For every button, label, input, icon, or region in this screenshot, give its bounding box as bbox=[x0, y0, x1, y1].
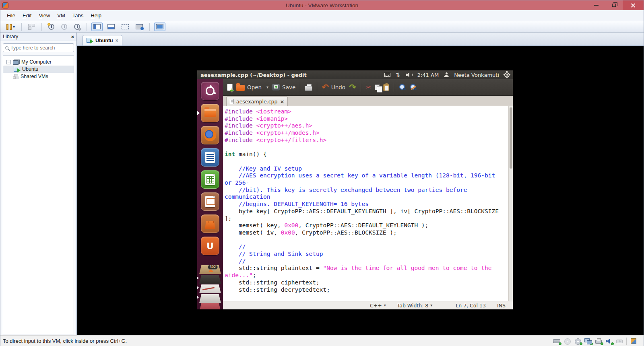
code-line[interactable]: memset( key, 0x00, CryptoPP::AES::DEFAUL… bbox=[225, 222, 507, 229]
launcher-item-impress[interactable] bbox=[201, 192, 219, 211]
suspend-button[interactable]: ▾ bbox=[4, 23, 17, 31]
code-line[interactable]: //bit). This key is secretly exchanged b… bbox=[225, 187, 507, 194]
menu-view[interactable]: View bbox=[35, 11, 53, 20]
restore-button[interactable] bbox=[605, 0, 623, 10]
message-log-icon[interactable] bbox=[630, 338, 637, 344]
code-line[interactable]: // String and Sink setup bbox=[225, 251, 507, 258]
revert-snapshot-button[interactable] bbox=[59, 22, 69, 31]
tab-close-icon[interactable]: × bbox=[116, 38, 118, 43]
search-input[interactable] bbox=[10, 45, 75, 51]
gedit-text-area[interactable]: #include <iostream>#include <iomanip>#in… bbox=[223, 106, 513, 301]
code-line[interactable]: #include <crypto++/aes.h> bbox=[225, 122, 507, 130]
launcher-item-writer[interactable] bbox=[201, 148, 219, 167]
language-selector[interactable]: C++ ▾ bbox=[370, 303, 386, 309]
code-line[interactable]: //begins. DEFAULT_KEYLENGTH= 16 bytes bbox=[225, 201, 507, 208]
unity-mode-button[interactable] bbox=[134, 23, 145, 31]
message-indicator-icon[interactable] bbox=[384, 73, 390, 77]
menu-vm[interactable]: VM bbox=[54, 11, 68, 20]
print-button[interactable] bbox=[305, 84, 312, 91]
launcher-item-files[interactable] bbox=[201, 104, 219, 122]
tab-width-selector[interactable]: Tab Width: 8 ▾ bbox=[397, 303, 433, 309]
network-indicator-icon[interactable]: ⇅ bbox=[396, 72, 400, 78]
code-editor[interactable]: #include <iostream>#include <iomanip>#in… bbox=[225, 108, 507, 293]
show-thumbnail-bar-button[interactable] bbox=[105, 23, 117, 31]
code-line[interactable]: std::string ciphertext; bbox=[225, 279, 507, 286]
fullscreen-button[interactable] bbox=[120, 23, 131, 31]
code-line[interactable]: byte key[ CryptoPP::AES::DEFAULT_KEYLENG… bbox=[225, 208, 507, 215]
code-line[interactable]: aide..."; bbox=[225, 272, 507, 279]
stacked-launcher-item[interactable] bbox=[199, 303, 221, 309]
code-line[interactable]: int main() { bbox=[225, 151, 507, 158]
code-line[interactable] bbox=[225, 144, 507, 151]
printer-device-icon[interactable] bbox=[595, 338, 602, 344]
manage-snapshots-button[interactable] bbox=[72, 22, 82, 31]
vertical-scrollbar[interactable] bbox=[508, 106, 513, 301]
replace-button[interactable] bbox=[409, 84, 417, 91]
console-view-button[interactable] bbox=[154, 23, 165, 31]
code-line[interactable]: ]; bbox=[225, 215, 507, 222]
code-line[interactable]: //Key and IV setup bbox=[225, 165, 507, 173]
open-button[interactable]: Open ▾ bbox=[236, 84, 268, 91]
show-library-button[interactable] bbox=[91, 23, 103, 31]
tree-expander-icon[interactable]: − bbox=[6, 60, 11, 64]
find-button[interactable] bbox=[398, 84, 406, 91]
stacked-launcher-item[interactable] bbox=[199, 294, 221, 303]
sound-indicator-icon[interactable] bbox=[406, 72, 412, 77]
ubuntu-desktop[interactable]: aesexample.cpp (~/Desktop) - gedit ⇅ 2:4… bbox=[197, 70, 513, 309]
session-gear-icon[interactable] bbox=[504, 72, 510, 78]
document-tab[interactable]: aesexample.cpp × bbox=[226, 97, 288, 106]
document-tab-close-icon[interactable]: × bbox=[280, 99, 284, 105]
open-dropdown-icon[interactable]: ▾ bbox=[266, 85, 268, 89]
menu-help[interactable]: Help bbox=[87, 11, 105, 20]
code-line[interactable]: communication bbox=[225, 194, 507, 201]
network-adapter-device-icon[interactable] bbox=[584, 338, 592, 344]
code-line[interactable] bbox=[225, 158, 507, 165]
chevron-down-icon[interactable]: ▾ bbox=[13, 25, 15, 29]
user-name[interactable]: Neeta Vonkamuti bbox=[454, 72, 499, 78]
code-line[interactable]: std::string decryptedtext; bbox=[225, 286, 507, 294]
hard-disk-device-icon[interactable] bbox=[553, 338, 560, 344]
menu-tabs[interactable]: Tabs bbox=[69, 11, 87, 20]
launcher-item-software[interactable] bbox=[201, 214, 219, 233]
ctrl-alt-del-button[interactable] bbox=[26, 22, 37, 31]
scrollbar-thumb[interactable] bbox=[510, 107, 512, 169]
redo-button[interactable]: ↷ bbox=[349, 83, 356, 92]
language-dropdown-icon[interactable]: ▾ bbox=[384, 303, 386, 307]
library-close-icon[interactable]: × bbox=[71, 34, 74, 40]
tab-width-dropdown-icon[interactable]: ▾ bbox=[430, 303, 432, 307]
launcher-stack[interactable]: 302 bbox=[197, 264, 223, 309]
launcher-item-calc[interactable] bbox=[201, 170, 219, 189]
vm-screen[interactable]: aesexample.cpp (~/Desktop) - gedit ⇅ 2:4… bbox=[77, 46, 644, 335]
code-line[interactable] bbox=[225, 237, 507, 244]
vmware-titlebar[interactable]: Ubuntu - VMware Workstation bbox=[0, 0, 644, 10]
code-line[interactable]: //AES encryption uses a secret key of a … bbox=[225, 172, 507, 179]
code-line[interactable]: memset( iv, 0x00, CryptoPP::AES::BLOCKSI… bbox=[225, 229, 507, 237]
stacked-launcher-item[interactable] bbox=[199, 275, 221, 284]
tab-ubuntu[interactable]: Ubuntu × bbox=[83, 35, 122, 45]
minimize-button[interactable] bbox=[587, 0, 605, 10]
launcher-item-dash[interactable] bbox=[201, 82, 219, 100]
camera-device-icon[interactable] bbox=[616, 338, 623, 344]
library-search[interactable]: ▾ bbox=[3, 43, 74, 52]
undo-button[interactable]: ↶ Undo bbox=[322, 83, 345, 92]
library-item-shared-vms[interactable]: Shared VMs bbox=[3, 73, 74, 80]
code-line[interactable]: // bbox=[225, 258, 507, 265]
sound-device-icon[interactable] bbox=[605, 338, 613, 344]
clock[interactable]: 2:41 AM bbox=[417, 72, 439, 78]
copy-button[interactable] bbox=[375, 84, 380, 90]
take-snapshot-button[interactable] bbox=[46, 22, 56, 31]
code-line[interactable]: or 256- bbox=[225, 179, 507, 187]
new-document-button[interactable] bbox=[227, 84, 233, 91]
code-line[interactable]: #include <crypto++/modes.h> bbox=[225, 130, 507, 137]
save-button[interactable]: Save bbox=[272, 84, 295, 91]
code-line[interactable]: // bbox=[225, 243, 507, 251]
close-button[interactable] bbox=[623, 0, 644, 10]
cut-button[interactable]: ✂ bbox=[365, 84, 371, 91]
launcher-item-one[interactable]: U bbox=[201, 237, 219, 255]
code-line[interactable]: #include <iomanip> bbox=[225, 115, 507, 123]
menu-file[interactable]: File bbox=[4, 11, 19, 20]
code-line[interactable]: #include <crypto++/filters.h> bbox=[225, 137, 507, 144]
menu-edit[interactable]: Edit bbox=[19, 11, 35, 20]
library-item-vm-ubuntu[interactable]: Ubuntu bbox=[3, 66, 74, 73]
library-item-my-computer[interactable]: −My Computer bbox=[3, 58, 74, 66]
